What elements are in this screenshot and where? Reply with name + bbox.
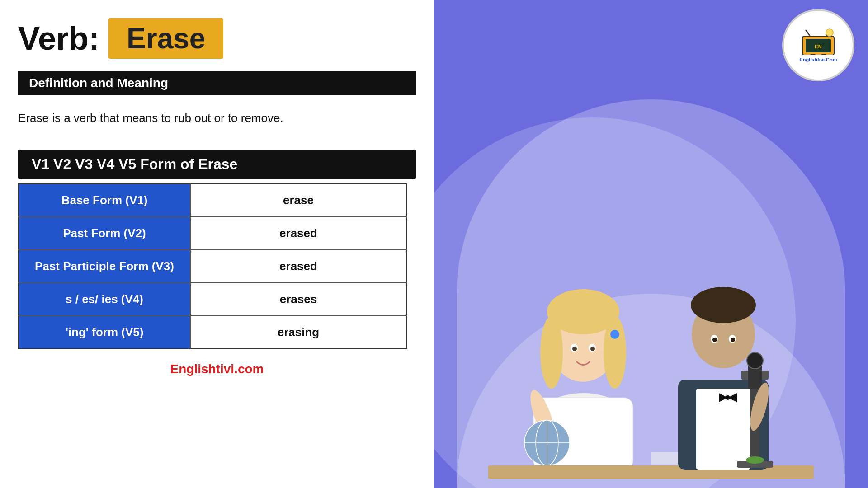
table-row: 'ing' form (V5) erasing [19,316,406,349]
forms-heading-text: V1 V2 V3 V4 V5 Form of Erase [32,156,237,172]
svg-point-7 [826,29,833,36]
form-label-cell: Past Form (V2) [19,217,190,250]
logo-circle: EN Englishtivi.Com [782,9,854,81]
table-row: Base Form (V1) erase [19,184,406,217]
forms-heading-block: V1 V2 V3 V4 V5 Form of Erase [18,150,416,179]
svg-point-36 [726,395,730,400]
form-value-cell: erased [190,217,406,250]
verb-forms-table: Base Form (V1) erase Past Form (V2) eras… [18,183,407,349]
form-label-cell: s / es/ ies (V4) [19,283,190,316]
definition-heading-block: Definition and Meaning [18,71,416,95]
title-row: Verb: Erase [18,18,416,59]
svg-point-16 [540,316,563,389]
svg-rect-5 [810,54,816,55]
table-row: Past Form (V2) erased [19,217,406,250]
svg-point-22 [590,347,595,351]
children-area [434,81,868,488]
svg-line-3 [806,30,810,36]
svg-rect-6 [821,54,826,55]
brand-name-part: Englishtivi. [170,362,238,376]
svg-point-46 [747,352,763,369]
svg-point-17 [604,316,626,389]
logo-label: Englishtivi.Com [799,57,837,62]
table-row: Past Participle Form (V3) erased [19,250,406,283]
svg-point-42 [731,338,735,342]
svg-point-18 [610,330,619,339]
definition-heading-text: Definition and Meaning [29,76,168,90]
form-value-cell: erases [190,283,406,316]
form-label-cell: 'ing' form (V5) [19,316,190,349]
form-value-cell: erasing [190,316,406,349]
svg-point-38 [691,287,756,323]
definition-body-text: Erase is a verb that means to rub out or… [18,109,416,127]
form-value-cell: erased [190,250,406,283]
verb-name-text: Erase [127,22,205,55]
table-row: s / es/ ies (V4) erases [19,283,406,316]
svg-point-21 [572,347,577,351]
verb-name-box: Erase [108,18,223,59]
verb-prefix-label: Verb: [18,20,99,57]
svg-rect-33 [696,389,750,470]
footer-brand-text: Englishtivi.com [170,362,264,376]
svg-point-49 [746,456,764,464]
left-panel: Verb: Erase Definition and Meaning Erase… [0,0,434,488]
form-label-cell: Base Form (V1) [19,184,190,217]
form-label-cell: Past Participle Form (V3) [19,250,190,283]
right-panel: EN Englishtivi.Com [434,0,868,488]
footer-brand: Englishtivi.com [18,362,416,376]
brand-com-part: com [238,362,264,376]
svg-point-41 [712,338,717,342]
form-value-cell: erase [190,184,406,217]
logo-tv-svg: EN [800,28,836,55]
svg-text:EN: EN [815,44,821,49]
children-svg [434,81,868,488]
